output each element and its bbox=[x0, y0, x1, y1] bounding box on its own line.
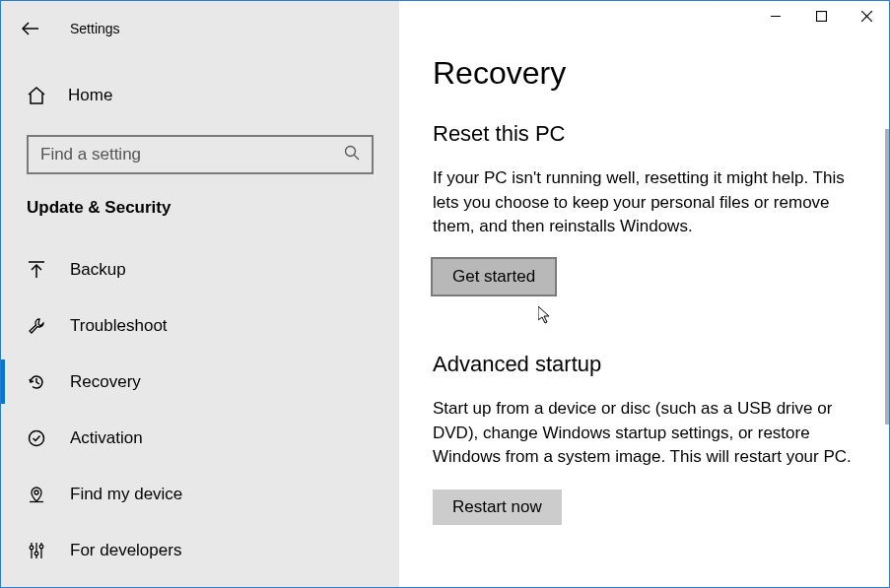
svg-point-17 bbox=[39, 545, 43, 549]
sidebar-item-label: Find my device bbox=[70, 485, 182, 504]
main-content: Recovery Reset this PC If your PC isn't … bbox=[399, 1, 889, 587]
sidebar-item-label: Activation bbox=[70, 428, 143, 448]
sidebar-item-backup[interactable]: Backup bbox=[1, 241, 399, 297]
section-advanced-body: Start up from a device or disc (such as … bbox=[433, 397, 856, 470]
sidebar-item-label: Backup bbox=[70, 260, 126, 280]
restart-now-button[interactable]: Restart now bbox=[433, 490, 562, 525]
svg-line-6 bbox=[355, 156, 360, 161]
history-icon bbox=[27, 372, 46, 392]
svg-point-16 bbox=[34, 552, 38, 555]
svg-point-5 bbox=[346, 147, 356, 157]
sidebar: Settings Home Update & Security Backu bbox=[1, 1, 399, 587]
sliders-icon bbox=[27, 541, 46, 560]
back-button[interactable] bbox=[21, 19, 40, 38]
backup-icon bbox=[27, 260, 46, 280]
home-icon bbox=[27, 86, 46, 105]
sidebar-item-activation[interactable]: Activation bbox=[1, 410, 399, 466]
check-circle-icon bbox=[27, 428, 46, 448]
sidebar-item-troubleshoot[interactable]: Troubleshoot bbox=[1, 297, 399, 354]
window-controls bbox=[753, 1, 889, 31]
sidebar-item-for-developers[interactable]: For developers bbox=[1, 522, 399, 578]
home-label: Home bbox=[68, 86, 112, 105]
sidebar-item-label: For developers bbox=[70, 541, 181, 560]
svg-rect-1 bbox=[816, 11, 826, 21]
arrow-left-icon bbox=[22, 22, 39, 35]
section-reset-body: If your PC isn't running well, resetting… bbox=[433, 166, 856, 239]
maximize-button[interactable] bbox=[798, 1, 844, 31]
wrench-icon bbox=[27, 316, 46, 336]
search-box[interactable] bbox=[27, 135, 374, 174]
sidebar-item-find-my-device[interactable]: Find my device bbox=[1, 466, 399, 522]
home-nav[interactable]: Home bbox=[1, 76, 399, 115]
close-button[interactable] bbox=[844, 1, 889, 31]
search-icon bbox=[344, 145, 360, 164]
nav-list: Backup Troubleshoot Recovery Activation bbox=[1, 241, 399, 578]
category-heading: Update & Security bbox=[1, 174, 399, 228]
search-input[interactable] bbox=[40, 145, 344, 164]
get-started-button[interactable]: Get started bbox=[433, 259, 555, 294]
sidebar-item-recovery[interactable]: Recovery bbox=[1, 354, 399, 410]
sidebar-item-label: Troubleshoot bbox=[70, 316, 168, 336]
svg-point-9 bbox=[30, 430, 44, 445]
page-title: Recovery bbox=[433, 55, 857, 92]
svg-point-15 bbox=[30, 546, 34, 550]
section-advanced-title: Advanced startup bbox=[433, 352, 857, 377]
svg-rect-0 bbox=[771, 16, 781, 17]
svg-point-10 bbox=[34, 490, 38, 494]
sidebar-item-label: Recovery bbox=[70, 372, 141, 392]
window-title: Settings bbox=[70, 21, 120, 36]
section-reset-title: Reset this PC bbox=[433, 121, 857, 147]
scrollbar[interactable] bbox=[885, 129, 889, 425]
minimize-button[interactable] bbox=[753, 1, 798, 31]
location-icon bbox=[27, 485, 46, 504]
